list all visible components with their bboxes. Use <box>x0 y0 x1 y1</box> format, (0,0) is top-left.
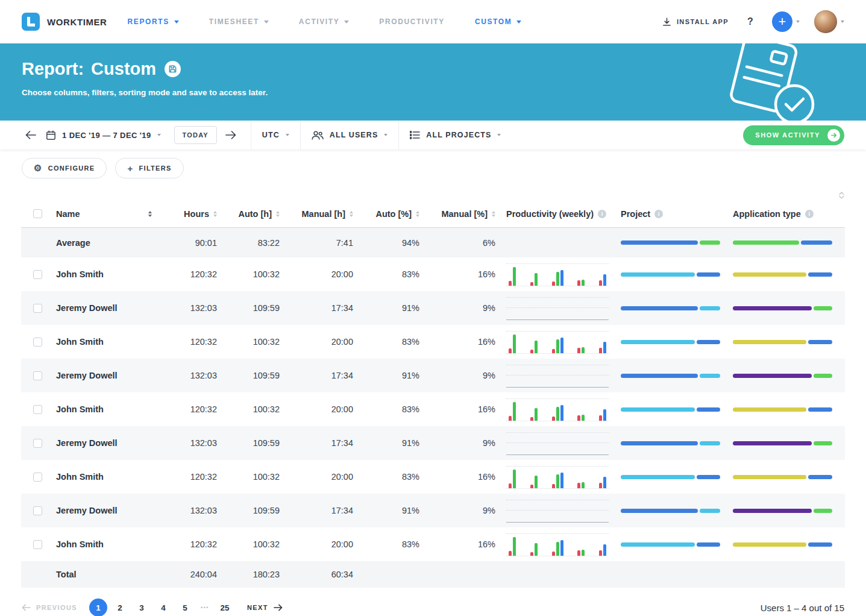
plus-icon: + <box>127 163 133 174</box>
page-button-5[interactable]: 5 <box>176 599 194 616</box>
table-header: NameHoursAuto [h]Manual [h]Auto [%]Manua… <box>21 200 845 228</box>
prev-period-button[interactable] <box>22 126 40 144</box>
row-checkbox[interactable] <box>33 540 42 549</box>
manual-percent-cell: 9% <box>419 303 495 313</box>
users-filter[interactable]: ALL USERS <box>312 131 388 140</box>
project-bar <box>621 475 720 479</box>
column-label: Manual [%] <box>441 209 488 219</box>
add-button[interactable]: + <box>772 11 792 32</box>
average-label: Average <box>46 238 164 248</box>
arrow-right-circle-icon <box>827 129 840 142</box>
table-row: Jeremy Dowell 132:03 109:59 17:34 91% 9% <box>21 494 845 527</box>
column-settings-icon[interactable] <box>838 192 845 199</box>
auto-hours-cell: 100:32 <box>217 472 280 482</box>
configure-button[interactable]: ⚙ CONFIGURE <box>22 158 107 178</box>
row-checkbox[interactable] <box>33 405 42 414</box>
page-button-3[interactable]: 3 <box>133 599 151 616</box>
divider <box>300 121 301 149</box>
projects-filter[interactable]: ALL PROJECTS <box>410 131 501 139</box>
column-header-application-type: Application typei <box>730 209 845 219</box>
column-header-auto[interactable]: Auto [%] <box>353 209 419 219</box>
column-header-name[interactable]: Name <box>46 209 164 219</box>
row-checkbox[interactable] <box>33 338 42 347</box>
divider <box>251 121 251 149</box>
nav-item-activity[interactable]: ACTIVITY <box>299 17 349 26</box>
filters-label: FILTERS <box>139 165 172 172</box>
save-report-button[interactable] <box>165 61 181 77</box>
page-button-1[interactable]: 1 <box>89 599 107 616</box>
brand[interactable]: WORKTIMER <box>22 13 107 31</box>
nav-item-productivity[interactable]: PRODUCTIVITY <box>379 17 445 26</box>
user-name-cell: Jeremy Dowell <box>46 303 164 313</box>
info-icon[interactable]: i <box>654 210 663 218</box>
column-header-productivity-weekly: Productivity (weekly)i <box>495 209 616 219</box>
show-activity-button[interactable]: SHOW ACTIVITY <box>743 125 844 145</box>
table-row: Jeremy Dowell 132:03 109:59 17:34 91% 9% <box>21 359 845 392</box>
page-button-4[interactable]: 4 <box>154 599 172 616</box>
auto-hours-cell: 109:59 <box>217 371 280 380</box>
next-page-button[interactable]: NEXT <box>247 604 283 611</box>
application-type-bar <box>733 441 832 445</box>
nav-item-timesheet[interactable]: TIMESHEET <box>209 17 269 26</box>
page-button-2[interactable]: 2 <box>111 599 129 616</box>
column-header-manual[interactable]: Manual [%] <box>419 209 495 219</box>
average-manual-h: 7:41 <box>280 238 353 248</box>
auto-percent-cell: 83% <box>353 337 419 347</box>
arrow-right-icon <box>274 604 283 611</box>
row-checkbox[interactable] <box>33 439 42 448</box>
projects-filter-label: ALL PROJECTS <box>426 131 491 139</box>
column-header-auto-h[interactable]: Auto [h] <box>217 209 280 219</box>
project-bar <box>621 340 720 344</box>
nav-item-custom[interactable]: CUSTOM <box>475 17 521 26</box>
show-activity-label: SHOW ACTIVITY <box>755 131 820 139</box>
chevron-down-icon <box>497 134 501 136</box>
chevron-down-icon <box>264 20 269 24</box>
manual-percent-cell: 9% <box>419 438 495 448</box>
timezone-select[interactable]: UTC <box>262 131 289 139</box>
auto-hours-cell: 109:59 <box>217 438 280 448</box>
info-icon[interactable]: i <box>805 210 814 218</box>
date-range-picker[interactable]: 1 DEC '19 — 7 DEC '19 <box>46 130 161 140</box>
auto-hours-cell: 100:32 <box>217 539 280 549</box>
column-header-manual-h[interactable]: Manual [h] <box>280 209 353 219</box>
help-button[interactable]: ? <box>743 16 758 27</box>
sort-icon[interactable] <box>148 211 152 217</box>
table-body: John Smith 120:32 100:32 20:00 83% 16% J… <box>21 257 845 561</box>
chevron-down-icon <box>384 134 388 136</box>
report-illustration-icon <box>712 43 824 121</box>
page-button-25[interactable]: 25 <box>216 599 234 616</box>
manual-hours-cell: 17:34 <box>280 303 353 313</box>
info-icon[interactable]: i <box>598 210 606 218</box>
save-icon <box>168 64 177 74</box>
row-checkbox[interactable] <box>33 506 42 515</box>
avatar[interactable] <box>814 10 837 33</box>
application-type-bar <box>733 407 832 412</box>
hours-cell: 120:32 <box>164 404 217 414</box>
page-title-name: Custom <box>91 59 156 79</box>
select-all-checkbox[interactable] <box>33 209 42 218</box>
install-app-button[interactable]: INSTALL APP <box>662 17 729 27</box>
filters-button[interactable]: + FILTERS <box>115 158 183 178</box>
row-checkbox[interactable] <box>33 371 42 380</box>
calendar-icon <box>46 130 56 140</box>
nav-item-reports[interactable]: REPORTS <box>128 17 179 26</box>
auto-percent-cell: 83% <box>353 472 419 482</box>
user-name-cell: John Smith <box>46 337 164 347</box>
application-type-bar <box>733 340 832 344</box>
date-range-label: 1 DEC '19 — 7 DEC '19 <box>62 131 151 140</box>
row-checkbox[interactable] <box>33 270 42 279</box>
row-checkbox[interactable] <box>33 304 42 313</box>
average-auto-h: 83:22 <box>217 238 280 248</box>
previous-page-button[interactable]: PREVIOUS <box>22 604 77 611</box>
row-checkbox[interactable] <box>33 473 42 482</box>
today-button[interactable]: TODAY <box>174 126 217 144</box>
average-auto-pct: 94% <box>353 238 419 248</box>
column-header-hours[interactable]: Hours <box>164 209 217 219</box>
total-auto-h: 180:23 <box>217 570 280 579</box>
total-row: Total 240:04 180:23 60:34 <box>21 561 845 588</box>
hours-cell: 132:03 <box>164 371 217 380</box>
chevron-down-icon[interactable] <box>796 20 800 23</box>
chevron-down-icon[interactable] <box>841 20 844 23</box>
next-period-button[interactable] <box>222 126 240 144</box>
manual-percent-cell: 16% <box>419 539 495 549</box>
